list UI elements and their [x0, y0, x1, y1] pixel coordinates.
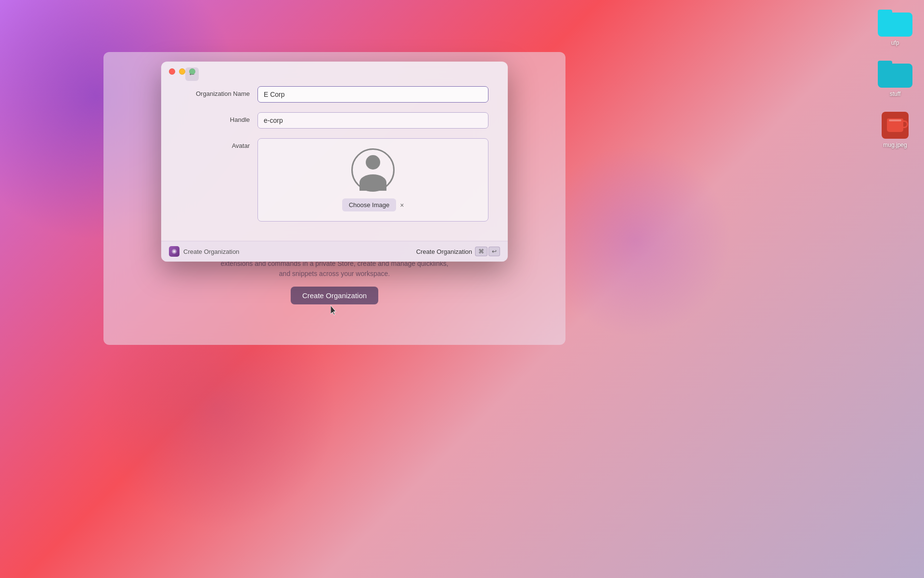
footer-left: Create Organization [169, 246, 239, 257]
org-name-row: Organization Name [180, 86, 488, 103]
avatar-box: Choose Image × [257, 138, 488, 222]
avatar-head [366, 155, 380, 170]
keyboard-shortcut: ⌘ ↩ [475, 247, 500, 256]
cmd-key: ⌘ [475, 247, 488, 256]
handle-label: Handle [180, 112, 257, 123]
create-organization-footer-button[interactable]: Create Organization [416, 248, 472, 255]
avatar-row: Avatar Choose Image × [180, 138, 488, 222]
traffic-light-close[interactable] [169, 68, 175, 75]
traffic-light-minimize[interactable] [179, 68, 185, 75]
folder-stuff-label: stuff [890, 91, 900, 97]
window-controls [161, 62, 508, 81]
handle-input[interactable] [257, 112, 488, 129]
org-name-input[interactable] [257, 86, 488, 103]
desktop-icon-ufp[interactable]: ufp [878, 10, 912, 46]
handle-row: Handle [180, 112, 488, 129]
avatar-placeholder [351, 148, 395, 192]
avatar-label: Avatar [180, 138, 257, 149]
footer-app-title: Create Organization [183, 248, 239, 255]
mug-file-label: mug.jpeg [883, 142, 907, 148]
back-arrow-icon: ← [188, 70, 196, 79]
folder-ufp-icon [878, 10, 912, 37]
desktop-icon-stuff[interactable]: stuff [878, 61, 912, 97]
folder-ufp-label: ufp [891, 39, 899, 46]
choose-image-button[interactable]: Choose Image [342, 198, 397, 211]
avatar-body-shape [359, 174, 386, 191]
app-icon-small [169, 246, 180, 257]
footer-right: Create Organization ⌘ ↩ [416, 247, 500, 256]
desktop-icon-mug[interactable]: mug.jpeg [882, 112, 909, 148]
mug-file-icon [882, 112, 909, 139]
modal-window: ← Organization Name Handle Avatar [161, 62, 508, 262]
clear-avatar-button[interactable]: × [400, 201, 404, 209]
org-name-label: Organization Name [180, 86, 257, 97]
modal-overlay: ← Organization Name Handle Avatar [103, 52, 565, 345]
folder-stuff-icon [878, 61, 912, 88]
back-button[interactable]: ← [185, 67, 199, 81]
svg-point-1 [173, 250, 176, 253]
desktop-icons: ufp stuff mug.jpeg [866, 0, 924, 158]
enter-key: ↩ [488, 247, 500, 256]
avatar-actions: Choose Image × [342, 198, 404, 211]
app-logo-icon [171, 248, 178, 255]
modal-footer: Create Organization Create Organization … [161, 241, 508, 262]
modal-body: Organization Name Handle Avatar [161, 81, 508, 241]
